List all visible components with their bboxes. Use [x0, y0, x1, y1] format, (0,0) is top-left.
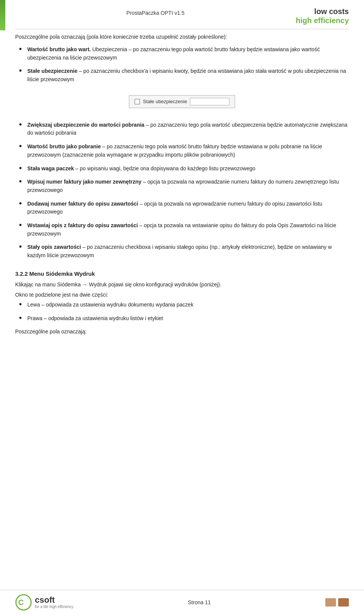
- bullet-dot: •: [19, 242, 27, 251]
- list-item: • Lewa – odpowiada za ustawienia wydruku…: [15, 301, 349, 309]
- footer-nav: [325, 598, 349, 607]
- bullet-dot: •: [19, 142, 27, 150]
- list-item: • Wartość brutto jako pobranie – po zazn…: [15, 143, 349, 159]
- bullet-text: Dodawaj numer faktury do opisu zawartośc…: [27, 200, 349, 216]
- footer-next-button[interactable]: [338, 598, 349, 607]
- bullet-text: Wstawiaj opis z faktury do opisu zawarto…: [27, 222, 349, 238]
- checkbox-mockup: Stałe ubezpieczenie: [129, 95, 235, 108]
- checkbox-input[interactable]: [190, 98, 229, 105]
- bullet-bold: Wpisuj numer faktury jako numer zewnętrz…: [27, 179, 141, 185]
- bullet-list-2: • Zwiększaj ubezpieczenie do wartości po…: [15, 121, 349, 260]
- bullet-dot: •: [19, 66, 27, 75]
- bullet-dot: •: [19, 45, 27, 53]
- list-item: • Stała waga paczek – po wpisaniu wagi, …: [15, 165, 349, 173]
- bullet-text: Wartość brutto jako pobranie – po zaznac…: [27, 143, 349, 159]
- footer-logo-tagline: for a life high efficiency: [35, 604, 74, 609]
- list-item: • Wstawiaj opis z faktury do opisu zawar…: [15, 222, 349, 238]
- list-item: • Prawa – odpowiada za ustawienia wydruk…: [15, 314, 349, 323]
- footer-logo-text-block: csoft for a life high efficiency: [35, 596, 74, 609]
- bullet-list: • Wartość brutto jako wart. Ubezpieczeni…: [15, 46, 349, 84]
- main-content: Poszczególne pola oznaczają (pola które …: [0, 29, 364, 344]
- checkbox-label: Stałe ubezpieczenie: [143, 99, 187, 104]
- section-line2: Okno te podzielone jest na dwie części:: [15, 291, 349, 299]
- bullet-text: Stałe ubezpieczenie – po zaznaczeniu che…: [27, 67, 349, 83]
- bullet-text: Stały opis zawartości – po zaznaczeniu c…: [27, 243, 349, 259]
- csoft-logo-icon: C: [15, 594, 32, 611]
- bullet-dot: •: [19, 300, 27, 308]
- bullet-bold: Wartość brutto jako pobranie: [27, 143, 101, 149]
- green-bar: [0, 0, 5, 30]
- footer-logo-name: csoft: [35, 596, 74, 604]
- section-line3: Poszczególne pola oznaczają:: [15, 328, 349, 336]
- header-right: low costs high efficiency: [273, 7, 349, 25]
- bullet-text: Prawa – odpowiada za ustawienia wydruku …: [27, 314, 349, 323]
- page-header: ProstaPaczka OPTI v1.5 low costs high ef…: [0, 0, 364, 29]
- page-footer: C csoft for a life high efficiency Stron…: [0, 590, 364, 616]
- bullet-text: Zwiększaj ubezpieczenie do wartości pobr…: [27, 121, 349, 137]
- bullet-bold: Stały opis zawartości: [27, 244, 81, 250]
- footer-logo: C csoft for a life high efficiency: [15, 594, 74, 611]
- bullet-text: Wartość brutto jako wart. Ubezpieczenia …: [27, 46, 349, 62]
- bullet-dot: •: [19, 177, 27, 185]
- header-center: ProstaPaczka OPTI v1.5: [38, 7, 273, 16]
- list-item: • Stały opis zawartości – po zaznaczeniu…: [15, 243, 349, 259]
- list-item: • Wartość brutto jako wart. Ubezpieczeni…: [15, 46, 349, 62]
- bullet-text: Lewa – odpowiada za ustawienia wydruku d…: [27, 301, 349, 309]
- section-number: 3.2.2: [15, 270, 28, 277]
- bullet-dot: •: [19, 199, 27, 207]
- footer-prev-button[interactable]: [325, 598, 336, 607]
- bullet-dot: •: [19, 221, 27, 229]
- list-item: • Stałe ubezpieczenie – po zaznaczeniu c…: [15, 67, 349, 83]
- header-low-costs: low costs: [273, 7, 349, 16]
- page-container: ProstaPaczka OPTI v1.5 low costs high ef…: [0, 0, 364, 616]
- bullet-bold: Dodawaj numer faktury do opisu zawartośc…: [27, 201, 138, 207]
- bullet-bold: Wstawiaj opis z faktury do opisu zawarto…: [27, 222, 138, 228]
- list-item: • Zwiększaj ubezpieczenie do wartości po…: [15, 121, 349, 137]
- bullet-bold: Wartość brutto jako wart.: [27, 46, 91, 52]
- intro-text: Poszczególne pola oznaczają (pola które …: [15, 33, 349, 41]
- list-item: • Dodawaj numer faktury do opisu zawarto…: [15, 200, 349, 216]
- bullet-text: Stała waga paczek – po wpisaniu wagi, bę…: [27, 165, 349, 173]
- footer-page-number: Strona 11: [188, 599, 211, 605]
- bullet-dot: •: [19, 120, 27, 129]
- section-title-text: Menu Siódemka Wydruk: [29, 270, 95, 277]
- checkbox-box[interactable]: [135, 99, 140, 104]
- header-title: ProstaPaczka OPTI v1.5: [126, 10, 184, 16]
- svg-text:C: C: [18, 598, 24, 607]
- bullet-bold: Stałe ubezpieczenie: [27, 68, 77, 74]
- header-high-efficiency: high efficiency: [273, 16, 349, 25]
- bullet-text: Wpisuj numer faktury jako numer zewnętrz…: [27, 178, 349, 194]
- bullet-dot: •: [19, 164, 27, 172]
- section-heading: 3.2.2 Menu Siódemka Wydruk: [15, 270, 349, 277]
- sub-bullet-list: • Lewa – odpowiada za ustawienia wydruku…: [15, 301, 349, 322]
- bullet-dot: •: [19, 314, 27, 322]
- bullet-bold: Stała waga paczek: [27, 165, 74, 171]
- list-item: • Wpisuj numer faktury jako numer zewnęt…: [15, 178, 349, 194]
- section-line1: Klikając na manu Siódemka → Wydruk pojaw…: [15, 281, 349, 289]
- bullet-bold: Zwiększaj ubezpieczenie do wartości pobr…: [27, 122, 144, 128]
